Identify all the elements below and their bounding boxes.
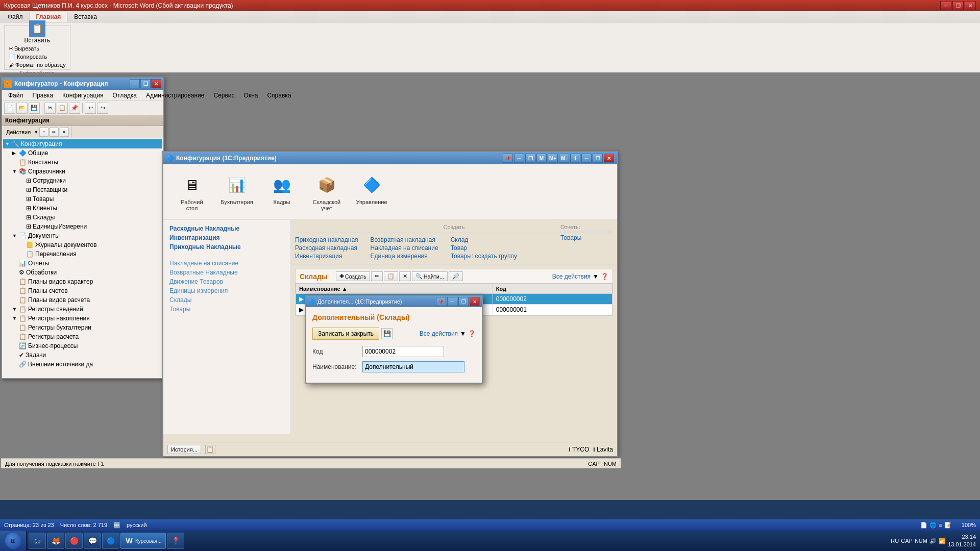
menu-file[interactable]: Файл bbox=[4, 91, 28, 100]
start-button[interactable]: ⊞ bbox=[0, 531, 27, 551]
name-input[interactable] bbox=[362, 361, 464, 372]
sklady-find-btn[interactable]: 🔍 Найти... bbox=[412, 271, 448, 281]
nav-prikhod-nakladnye[interactable]: Приходные Накладные bbox=[169, 242, 284, 252]
sklady-help-btn[interactable]: ❓ bbox=[601, 273, 608, 280]
cut-button[interactable]: ✂ Вырезать bbox=[8, 45, 67, 53]
tb-save[interactable]: 💾 bbox=[29, 103, 40, 114]
menu-debug[interactable]: Отладка bbox=[109, 91, 141, 100]
nav-sklady[interactable]: Склады bbox=[169, 295, 284, 305]
tree-item-sprav[interactable]: ▼ 📚 Справочники bbox=[10, 167, 162, 176]
view-outline-btn[interactable]: ≡ bbox=[939, 522, 942, 529]
nav-nakladnye-spisanie[interactable]: Накладные на списание bbox=[169, 259, 284, 268]
tree-item-tovary[interactable]: ⊞ Товары bbox=[17, 194, 162, 204]
tree-item-registry-nakop[interactable]: ▼ 📋 Регистры накопления bbox=[10, 314, 162, 323]
nav-edinitsy-izm[interactable]: Единицы измерения bbox=[169, 286, 284, 295]
volume-icon[interactable]: 🔊 bbox=[929, 538, 937, 544]
inner-restore-btn[interactable]: ❐ bbox=[525, 154, 535, 163]
dialog-close-btn[interactable]: ✕ bbox=[470, 297, 480, 306]
menu-windows[interactable]: Окна bbox=[240, 91, 262, 100]
link-sklad[interactable]: Склад bbox=[451, 236, 517, 244]
tree-item-dokumenty[interactable]: ▼ 📄 Документы bbox=[10, 231, 162, 240]
paste-button[interactable]: 📋 Вставить bbox=[23, 19, 51, 45]
menu-service[interactable]: Сервис bbox=[209, 91, 238, 100]
format-painter-button[interactable]: 🖌 Формат по образцу bbox=[8, 61, 67, 68]
tree-item-constants[interactable]: 📋 Константы bbox=[10, 158, 162, 167]
menu-help[interactable]: Справка bbox=[263, 91, 295, 100]
taskbar-item-skype[interactable]: 💬 bbox=[84, 533, 101, 549]
menu-configuration[interactable]: Конфигурация bbox=[58, 91, 108, 100]
tree-item-business-proc[interactable]: 🔄 Бизнес-процессы bbox=[10, 341, 162, 350]
link-edinitsa-izm[interactable]: Единица измерения bbox=[371, 252, 438, 260]
link-nakladnaya-spisanie[interactable]: Накладная на списание bbox=[371, 244, 438, 252]
link-otchety-tovary[interactable]: Товары bbox=[560, 234, 613, 242]
tree-item-zadachi[interactable]: ✔ Задачи bbox=[10, 350, 162, 360]
link-inventarizatsiya[interactable]: Инвентаризация bbox=[295, 252, 358, 260]
link-tovary-gruppa[interactable]: Товары: создать группу bbox=[451, 252, 517, 260]
tree-item-postavshiki[interactable]: ⊞ Поставщики bbox=[17, 185, 162, 194]
sklady-del-btn[interactable]: ✕ bbox=[399, 271, 411, 281]
inner-min2-btn[interactable]: ─ bbox=[581, 154, 592, 163]
close-button[interactable]: ✕ bbox=[965, 1, 976, 10]
taskbar-item-maps[interactable]: 📍 bbox=[167, 533, 184, 549]
tree-item-edinitsy[interactable]: ⊞ ЕдиницыИзмерени bbox=[17, 222, 162, 231]
sklady-edit-btn[interactable]: ✏ bbox=[371, 271, 383, 281]
menu-admin[interactable]: Администрирование bbox=[142, 91, 208, 100]
tb-copy[interactable]: 📋 bbox=[57, 103, 68, 114]
link-prikhod-nakladnaya[interactable]: Приходная накладная bbox=[295, 236, 358, 244]
dialog-all-actions-label[interactable]: Все действия bbox=[420, 330, 458, 337]
actions-dropdown[interactable]: Действия bbox=[4, 129, 33, 136]
tree-item-perechislenia[interactable]: 📋 Перечисления bbox=[17, 249, 162, 259]
link-tovar[interactable]: Товар bbox=[451, 244, 517, 252]
view-web-btn[interactable]: 🌐 bbox=[929, 522, 937, 529]
sklady-zoom-btn[interactable]: 🔎 bbox=[449, 271, 463, 281]
taskbar-item-word[interactable]: W Курсовая... bbox=[120, 533, 166, 549]
dialog-help-icon[interactable]: ❓ bbox=[468, 330, 476, 337]
icon-rabochiy-stol[interactable]: 🖥 Рабочийстол bbox=[172, 170, 212, 213]
sklady-all-actions[interactable]: Все действия bbox=[552, 272, 591, 281]
taskbar-item-firefox[interactable]: 🦊 bbox=[47, 533, 64, 549]
tree-item-sotrudniki[interactable]: ⊞ Сотрудники bbox=[17, 176, 162, 185]
view-print-btn[interactable]: 📄 bbox=[920, 522, 927, 529]
tree-item-obshie[interactable]: ▶ 🔷 Общие bbox=[10, 148, 162, 158]
code-input[interactable] bbox=[362, 346, 444, 357]
tree-item-vneshnie[interactable]: 🔗 Внешние источники да bbox=[10, 360, 162, 369]
tree-item-plany-vidov[interactable]: 📋 Планы видов характер bbox=[10, 277, 162, 286]
icon-upravlenie[interactable]: 🔷 Управление bbox=[351, 170, 392, 213]
sklady-copy-btn[interactable]: 📋 bbox=[384, 271, 398, 281]
taskbar-item-yandex[interactable]: 🔴 bbox=[65, 533, 83, 549]
tree-item-zhurnaly[interactable]: 📒 Журналы документов bbox=[17, 240, 162, 249]
dialog-restore-btn[interactable]: ❐ bbox=[458, 297, 469, 306]
inner-pin-btn[interactable]: 📌 bbox=[503, 154, 513, 163]
nav-inventarizatsiya[interactable]: Инвентаризация bbox=[169, 233, 284, 242]
dialog-save-icon-btn[interactable]: 💾 bbox=[381, 328, 393, 339]
save-close-button[interactable]: Записать и закрыть bbox=[312, 328, 379, 340]
nav-vozvrat-nakladnye[interactable]: Возвратные Накладные bbox=[169, 268, 284, 277]
tree-edit-btn[interactable]: ✏ bbox=[50, 128, 59, 137]
tree-del-btn[interactable]: ✕ bbox=[60, 128, 69, 137]
tb-redo[interactable]: ↪ bbox=[97, 103, 108, 114]
inner-mminus-btn[interactable]: M- bbox=[559, 154, 569, 163]
nav-raskhod-nakladnye[interactable]: Расходные Накладные bbox=[169, 224, 284, 233]
tree-item-plany-schetov[interactable]: 📋 Планы счетов bbox=[10, 286, 162, 295]
tree-add-btn[interactable]: + bbox=[39, 128, 48, 137]
tb-cut[interactable]: ✂ bbox=[44, 103, 56, 114]
tb-undo[interactable]: ↩ bbox=[85, 103, 96, 114]
sklady-create-btn[interactable]: ✚ Создать bbox=[336, 271, 370, 281]
menu-edit[interactable]: Правка bbox=[29, 91, 58, 100]
copy-button[interactable]: 📄 Копировать bbox=[8, 53, 67, 61]
link-vozvrat-nakladnaya[interactable]: Возвратная накладная bbox=[371, 236, 438, 244]
inner-close-btn[interactable]: ✕ bbox=[604, 154, 614, 163]
taskbar-item-explorer[interactable]: 🗂 bbox=[29, 533, 46, 549]
tree-item-obrabotki[interactable]: ⚙ Обработки bbox=[10, 268, 162, 277]
tb-paste[interactable]: 📌 bbox=[69, 103, 80, 114]
inner-mplus-btn[interactable]: M+ bbox=[548, 154, 558, 163]
link-raskhod-nakladnaya[interactable]: Расходная накладная bbox=[295, 244, 358, 252]
icon-kadry[interactable]: 👥 Кадры bbox=[261, 170, 302, 213]
tree-item-klienty[interactable]: ⊞ Клиенты bbox=[17, 204, 162, 213]
view-draft-btn[interactable]: 📝 bbox=[944, 522, 951, 529]
taskbar-item-linhub[interactable]: 🔵 bbox=[102, 533, 119, 549]
history-extra-btn[interactable]: 📋 bbox=[205, 445, 215, 454]
network-icon[interactable]: 📶 bbox=[939, 538, 946, 544]
dialog-min-btn[interactable]: ─ bbox=[447, 297, 457, 306]
tree-item-plany-rascheta[interactable]: 📋 Планы видов расчета bbox=[10, 295, 162, 305]
